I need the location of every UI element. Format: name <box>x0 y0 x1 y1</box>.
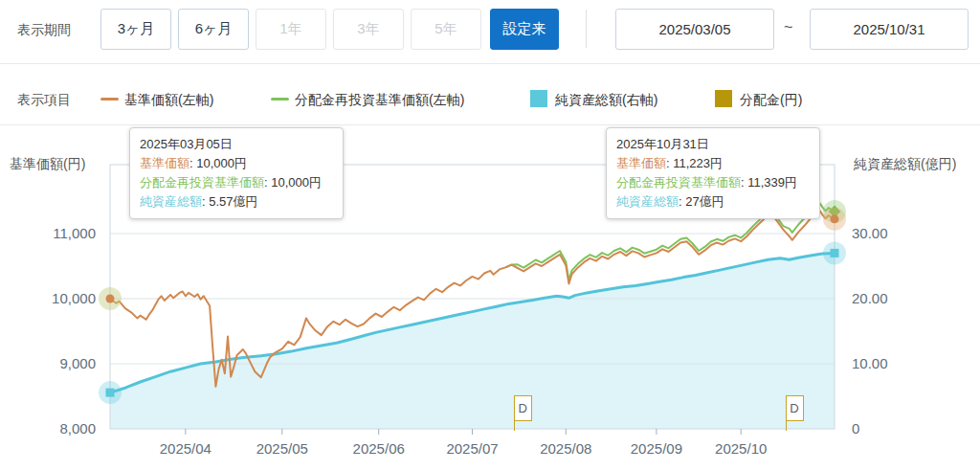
date-range-separator: ~ <box>784 19 792 36</box>
left-axis-tick-label: 10,000 <box>36 290 96 306</box>
tooltip-row-nav: 基準価額10,000円 <box>140 154 333 173</box>
date-to-input[interactable]: 2025/10/31 <box>810 9 969 50</box>
marker-start <box>106 389 115 397</box>
x-axis-tick-label: 2025/10 <box>702 440 779 457</box>
divider <box>0 63 980 64</box>
x-axis-tick-label: 2025/09 <box>618 440 695 457</box>
right-axis-tick-label: 10.00 <box>852 355 888 371</box>
period-button-1y: 1年 <box>256 9 326 50</box>
marker-end <box>831 214 839 223</box>
x-axis-tick-label: 2025/04 <box>147 440 224 457</box>
distribution-marker[interactable]: D <box>786 395 804 421</box>
tooltip-row-assets: 純資産総額5.57億円 <box>140 192 333 212</box>
tooltip-date: 2025年10月31日 <box>616 135 810 154</box>
x-axis-tick-label: 2025/08 <box>527 440 604 457</box>
legend-item-reinvested-nav[interactable]: 分配金再投資基準価額(左軸) <box>295 92 464 109</box>
legend-item-total-assets[interactable]: 純資産総額(右軸) <box>555 92 657 109</box>
tooltip-start: 2025年03月05日 基準価額10,000円 分配金再投資基準価額10,000… <box>129 127 344 219</box>
right-axis-tick-label: 20.00 <box>852 290 888 306</box>
marker-end <box>831 249 839 257</box>
right-axis-tick-label: 0 <box>852 420 859 436</box>
legend-item-distribution[interactable]: 分配金(円) <box>740 92 802 109</box>
right-axis-tick-label: 30.00 <box>852 225 888 241</box>
legend-item-nav[interactable]: 基準価額(左軸) <box>124 92 213 109</box>
period-button-5y: 5年 <box>411 9 481 50</box>
reinvested-line-swatch-icon <box>271 98 289 101</box>
divider <box>586 10 587 48</box>
period-button-since-inception[interactable]: 設定来 <box>490 9 559 50</box>
period-bar-label: 表示期間 <box>17 22 71 39</box>
distribution-marker[interactable]: D <box>514 395 532 421</box>
tooltip-row-nav: 基準価額11,223円 <box>616 154 810 173</box>
period-button-6m[interactable]: 6ヶ月 <box>178 9 249 50</box>
left-axis-tick-label: 9,000 <box>36 355 96 371</box>
period-button-3m[interactable]: 3ヶ月 <box>100 9 171 50</box>
x-axis-tick-label: 2025/06 <box>341 440 417 457</box>
tooltip-date: 2025年03月05日 <box>140 135 333 154</box>
assets-square-swatch-icon <box>530 90 547 107</box>
assets-area-fill <box>110 253 835 429</box>
tooltip-row-assets: 純資産総額27億円 <box>616 192 810 212</box>
date-from-input[interactable]: 2025/03/05 <box>615 9 774 50</box>
nav-line-swatch-icon <box>100 98 119 101</box>
tooltip-end: 2025年10月31日 基準価額11,223円 分配金再投資基準価額11,339… <box>606 127 820 219</box>
left-axis-tick-label: 11,000 <box>36 225 96 241</box>
distribution-square-swatch-icon <box>715 90 732 107</box>
distribution-marker-line <box>514 421 515 431</box>
marker-start <box>106 295 115 303</box>
left-axis-tick-label: 8,000 <box>36 420 96 436</box>
x-axis-tick-label: 2025/05 <box>244 440 321 457</box>
x-axis-tick-label: 2025/07 <box>434 440 511 457</box>
distribution-marker-line <box>786 421 787 431</box>
tooltip-row-reinvested: 分配金再投資基準価額10,000円 <box>140 173 333 192</box>
period-button-3y: 3年 <box>333 9 404 50</box>
tooltip-row-reinvested: 分配金再投資基準価額11,339円 <box>616 173 810 192</box>
legend-bar-label: 表示項目 <box>17 92 71 109</box>
